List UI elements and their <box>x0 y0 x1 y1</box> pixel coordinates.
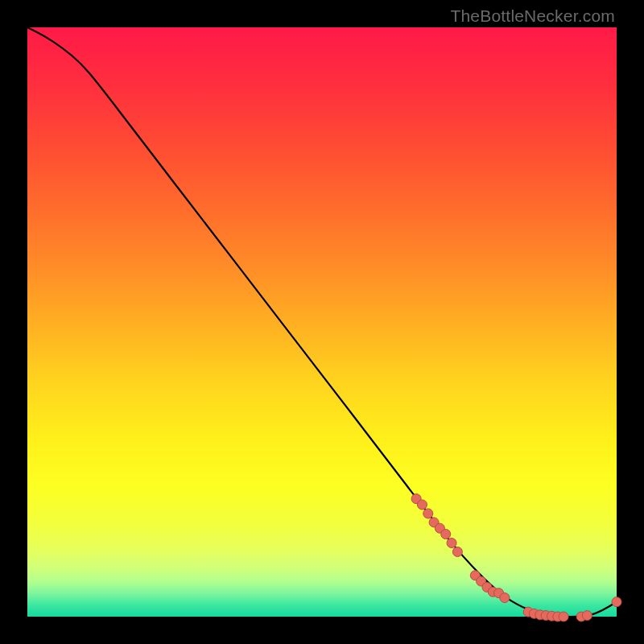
data-dot <box>582 611 592 621</box>
bottleneck-curve <box>27 27 617 617</box>
watermark-text: TheBottleNecker.com <box>450 6 615 26</box>
data-dot <box>452 547 462 556</box>
data-dot <box>612 597 621 607</box>
data-dot <box>559 612 568 621</box>
data-dot <box>417 500 427 510</box>
data-dot <box>447 539 456 548</box>
data-dot <box>441 530 451 539</box>
plot-area <box>27 27 617 617</box>
chart-stage: TheBottleNecker.com <box>0 0 644 644</box>
data-dot <box>423 509 433 518</box>
curve-layer <box>27 27 617 617</box>
data-dot <box>500 593 510 603</box>
data-dots <box>411 494 621 621</box>
